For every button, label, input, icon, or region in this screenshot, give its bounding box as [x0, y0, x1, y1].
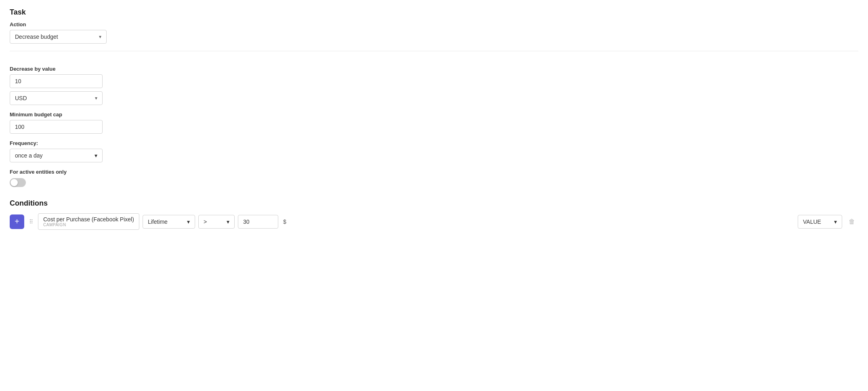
minimum-budget-cap-group: Minimum budget cap [10, 111, 858, 134]
decrease-value-input[interactable] [10, 74, 103, 88]
frequency-dropdown[interactable]: once a day ▾ [10, 149, 103, 162]
time-period-dropdown[interactable]: Lifetime ▾ [143, 215, 195, 229]
section-divider [10, 51, 858, 51]
add-icon: + [15, 217, 19, 226]
condition-value-input[interactable] [238, 215, 278, 229]
task-settings: Decrease by value USD ▾ Minimum budget c… [10, 59, 858, 187]
value-type-dropdown[interactable]: VALUE ▾ [798, 215, 842, 229]
frequency-chevron-icon: ▾ [95, 152, 97, 159]
decrease-by-value-label: Decrease by value [10, 66, 858, 72]
delete-icon: 🗑 [849, 218, 855, 225]
operator-chevron-icon: ▾ [227, 219, 229, 225]
frequency-group: Frequency: once a day ▾ [10, 140, 858, 162]
task-section: Task Action Decrease budget ▾ [10, 8, 858, 44]
decrease-by-value-group: Decrease by value USD ▾ [10, 66, 858, 105]
active-entities-toggle[interactable] [10, 178, 26, 187]
condition-metric: Cost per Purchase (Facebook Pixel) CAMPA… [38, 213, 139, 230]
currency-symbol: $ [282, 219, 288, 225]
page-container: Task Action Decrease budget ▾ Decrease b… [0, 0, 868, 391]
add-condition-button[interactable]: + [10, 214, 24, 229]
conditions-title: Conditions [10, 199, 858, 208]
currency-dropdown-value: USD [15, 95, 27, 101]
active-entities-toggle-container [10, 178, 858, 187]
time-period-chevron-icon: ▾ [187, 219, 190, 225]
value-type-chevron-icon: ▾ [834, 219, 837, 225]
action-label: Action [10, 21, 858, 27]
conditions-row: + ⠿ Cost per Purchase (Facebook Pixel) C… [10, 213, 858, 230]
delete-condition-button[interactable]: 🗑 [845, 217, 858, 227]
operator-value: > [204, 219, 207, 225]
active-entities-label: For active entities only [10, 169, 858, 175]
frequency-label: Frequency: [10, 140, 858, 146]
conditions-section: Conditions + ⠿ Cost per Purchase (Facebo… [10, 199, 858, 230]
active-entities-group: For active entities only [10, 169, 858, 187]
drag-handle-icon[interactable]: ⠿ [27, 219, 35, 225]
currency-dropdown[interactable]: USD ▾ [10, 91, 103, 105]
time-period-value: Lifetime [148, 219, 168, 225]
action-dropdown-value: Decrease budget [15, 34, 58, 40]
task-title: Task [10, 8, 858, 17]
minimum-budget-input[interactable] [10, 120, 103, 134]
metric-sub: CAMPAIGN [43, 223, 134, 227]
action-dropdown-chevron-icon: ▾ [99, 34, 101, 40]
metric-name: Cost per Purchase (Facebook Pixel) [43, 216, 134, 223]
operator-dropdown[interactable]: > ▾ [198, 215, 235, 229]
frequency-dropdown-value: once a day [15, 152, 43, 159]
value-type-value: VALUE [803, 219, 821, 225]
currency-chevron-icon: ▾ [95, 95, 97, 101]
action-dropdown[interactable]: Decrease budget ▾ [10, 30, 107, 44]
minimum-budget-cap-label: Minimum budget cap [10, 111, 858, 118]
